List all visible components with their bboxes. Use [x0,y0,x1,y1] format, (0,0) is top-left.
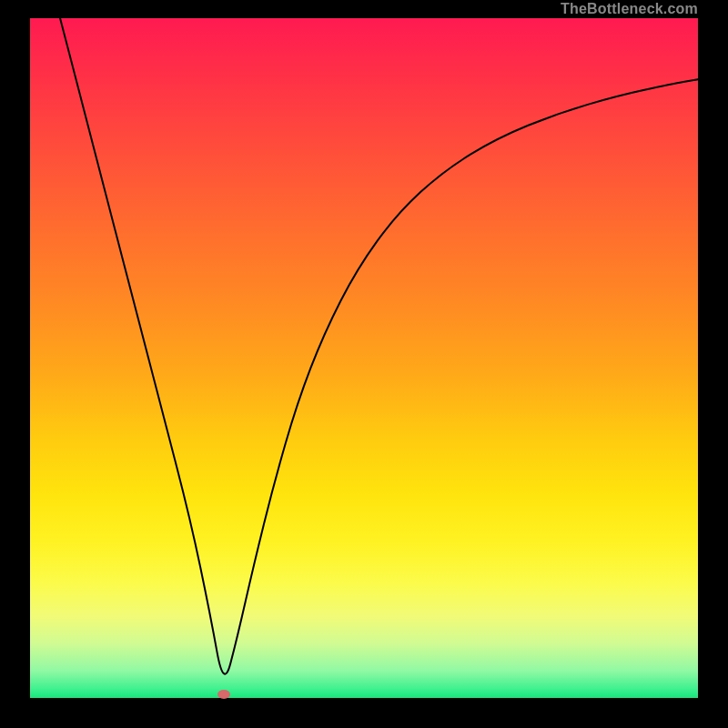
plot-area [30,18,698,698]
bottleneck-curve-path [60,18,698,674]
curve-svg [30,18,698,698]
watermark-text: TheBottleneck.com [561,0,698,18]
minimum-marker [217,690,230,699]
chart-stage: TheBottleneck.com [0,0,728,728]
